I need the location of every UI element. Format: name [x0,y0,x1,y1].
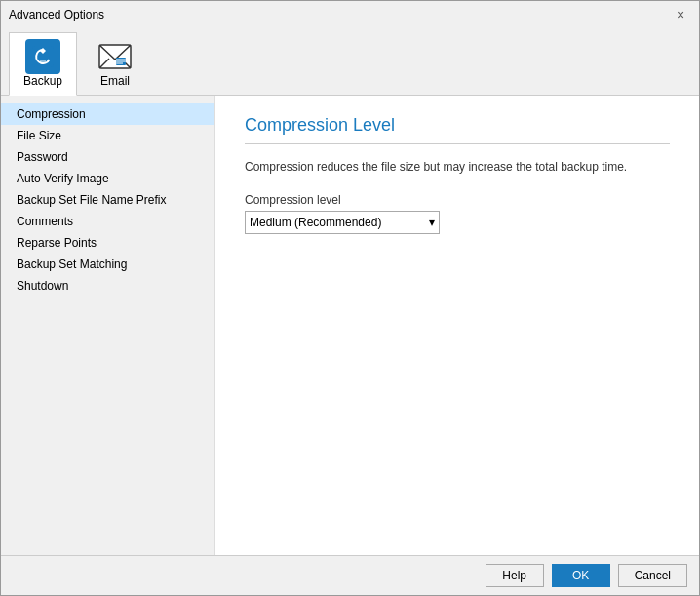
sidebar: Compression File Size Password Auto Veri… [1,96,215,555]
svg-rect-2 [40,62,46,64]
sidebar-item-file-size[interactable]: File Size [1,125,214,146]
panel-title: Compression Level [245,115,670,136]
compression-field-label: Compression level [245,193,670,207]
sidebar-item-auto-verify[interactable]: Auto Verify Image [1,168,214,189]
footer: Help OK Cancel [1,555,699,595]
content-area: Compression File Size Password Auto Veri… [1,96,699,555]
cancel-button[interactable]: Cancel [618,564,687,587]
advanced-options-dialog: Advanced Options × Backup [0,0,700,596]
panel-divider [245,143,670,144]
svg-rect-1 [40,60,46,61]
toolbar: Backup Email [1,28,699,96]
main-panel: Compression Level Compression reduces th… [215,96,699,555]
sidebar-item-backup-set-prefix[interactable]: Backup Set File Name Prefix [1,189,214,211]
toolbar-email-button[interactable]: Email [81,32,149,95]
sidebar-item-reparse-points[interactable]: Reparse Points [1,232,214,254]
compression-select[interactable]: Medium (Recommended) ▾ [245,211,440,234]
email-icon [97,39,133,74]
sidebar-item-backup-set-matching[interactable]: Backup Set Matching [1,254,214,275]
email-button-label: Email [100,74,130,88]
help-button[interactable]: Help [486,564,544,587]
description-text: Compression reduces the file size but ma… [245,160,670,174]
sidebar-item-password[interactable]: Password [1,146,214,168]
sidebar-item-comments[interactable]: Comments [1,211,214,232]
title-bar: Advanced Options × [1,1,699,28]
window-title: Advanced Options [9,8,104,21]
sidebar-item-shutdown[interactable]: Shutdown [1,275,214,297]
backup-button-label: Backup [23,74,62,88]
compression-field: Compression level Medium (Recommended) ▾ [245,193,670,234]
ok-button[interactable]: OK [552,564,610,587]
sidebar-item-compression[interactable]: Compression [1,103,214,125]
toolbar-backup-button[interactable]: Backup [9,32,77,96]
dropdown-arrow-icon: ▾ [429,216,435,229]
close-button[interactable]: × [670,4,691,25]
compression-value: Medium (Recommended) [250,216,381,229]
backup-icon [25,39,60,74]
